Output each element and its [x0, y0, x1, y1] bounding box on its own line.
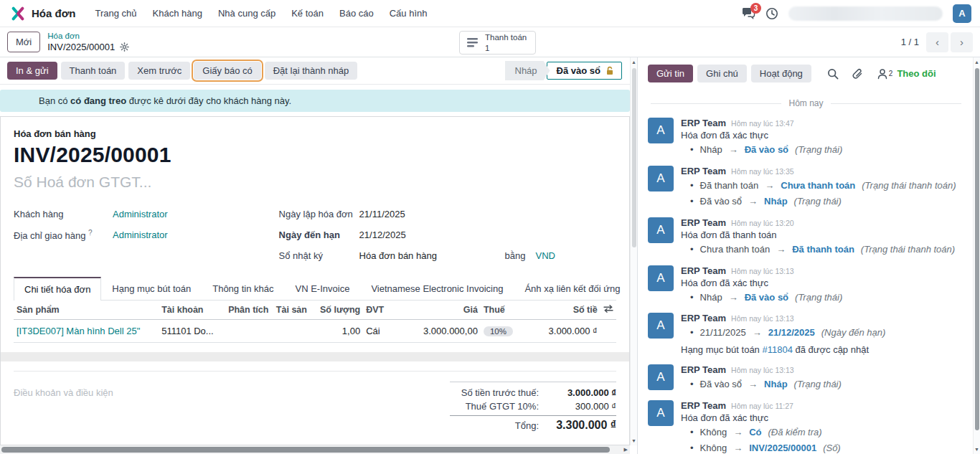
- scroll-thumb[interactable]: [1, 447, 610, 453]
- tab[interactable]: Ánh xạ liên kết đối ứng: [514, 277, 630, 301]
- scroll-thumb[interactable]: [975, 68, 979, 430]
- column-header[interactable]: Sản phẩm: [14, 301, 159, 320]
- scroll-up-arrow[interactable]: ▲: [631, 57, 637, 67]
- pager-next-button[interactable]: ›: [951, 32, 973, 52]
- messages-button[interactable]: 3: [741, 7, 755, 20]
- invoice-line-row[interactable]: [IT3DE007] Màn hình Dell 25" 511101 Do..…: [14, 320, 616, 343]
- vat-invoice-number-field[interactable]: Số Hoá đơn GTGT...: [14, 174, 616, 191]
- chatter-message[interactable]: A ERP Team Hôm nay lúc 13:13 •21/11/2025…: [648, 308, 967, 359]
- optional-columns-icon[interactable]: [600, 301, 616, 320]
- message-author[interactable]: ERP Team: [681, 166, 726, 176]
- due-date-value[interactable]: 21/12/2025: [359, 230, 406, 240]
- message-author[interactable]: ERP Team: [681, 265, 726, 276]
- activities-button[interactable]: [765, 7, 778, 20]
- form-horizontal-scrollbar[interactable]: ▶: [0, 445, 630, 454]
- action-button[interactable]: Đặt lại thành nháp: [265, 62, 358, 80]
- message-author[interactable]: ERP Team: [681, 364, 726, 375]
- total-label: Số tiền trước thuế:: [450, 387, 546, 398]
- chatter-message[interactable]: A ERP Team Hôm nay lúc 11:27 Hóa đơn đã …: [648, 395, 967, 454]
- follow-button[interactable]: Theo dõi: [897, 68, 936, 79]
- nav-menu-item[interactable]: Cấu hình: [382, 0, 435, 27]
- tab[interactable]: Chi tiết hóa đơn: [14, 277, 101, 301]
- column-header[interactable]: Phân tích: [225, 301, 273, 320]
- nav-menu-item[interactable]: Khách hàng: [145, 0, 210, 27]
- scroll-down-arrow[interactable]: ▼: [631, 436, 637, 445]
- message-author[interactable]: ERP Team: [681, 217, 726, 228]
- terms-field[interactable]: Điều khoản và điều kiện: [14, 387, 113, 398]
- tab[interactable]: Hạng mục bút toán: [101, 277, 202, 301]
- column-header[interactable]: Tài khoản: [159, 301, 225, 320]
- message-author[interactable]: ERP Team: [681, 313, 726, 323]
- gear-icon[interactable]: [120, 42, 129, 52]
- quantity-cell[interactable]: 1,00: [315, 320, 363, 343]
- chatter-message[interactable]: A ERP Team Hôm nay lúc 13:35 •Đã thanh t…: [648, 161, 967, 212]
- empty-line[interactable]: [14, 361, 616, 371]
- invoice-name[interactable]: INV/2025/00001: [14, 143, 616, 167]
- nav-menu-item[interactable]: Trang chủ: [88, 0, 145, 27]
- status-state-active[interactable]: Đã vào sổ: [547, 62, 622, 80]
- search-messages-button[interactable]: [827, 68, 839, 80]
- chatter-vertical-scrollbar[interactable]: ▲ ▼: [973, 57, 980, 454]
- scroll-right-arrow[interactable]: ▶: [624, 445, 628, 454]
- column-header[interactable]: Thuế: [481, 301, 527, 320]
- chatter-message[interactable]: A ERP Team Hôm nay lúc 13:13 Hóa đơn đã …: [648, 260, 967, 308]
- invoice-date-value[interactable]: 21/11/2025: [359, 209, 405, 219]
- currency-value[interactable]: VND: [536, 250, 555, 261]
- form-vertical-scrollbar[interactable]: ▲ ▼: [630, 57, 637, 445]
- tax-cell[interactable]: 10%: [481, 320, 527, 343]
- tab[interactable]: Vietnamese Electronic Invoicing: [360, 277, 514, 301]
- column-header[interactable]: Số lượng: [315, 301, 363, 320]
- chatter-message[interactable]: A ERP Team Hôm nay lúc 13:47 Hóa đơn đã …: [648, 113, 967, 161]
- payments-stat-button[interactable]: Thanh toán 1: [459, 31, 536, 55]
- scroll-up-arrow[interactable]: ▲: [974, 57, 980, 67]
- tracking-change: •Không→ INV/2025/00001(Số): [690, 443, 967, 454]
- product-cell[interactable]: [IT3DE007] Màn hình Dell 25": [17, 326, 140, 336]
- attach-files-button[interactable]: [852, 68, 863, 80]
- column-header[interactable]: Giá: [395, 301, 481, 320]
- app-name[interactable]: Hóa đơn: [32, 7, 76, 19]
- customer-value[interactable]: Administrator: [113, 209, 168, 219]
- action-button[interactable]: Giấy báo có: [194, 62, 260, 80]
- account-cell[interactable]: 511101 Do...: [159, 320, 225, 343]
- empty-line-alt[interactable]: [1, 352, 629, 361]
- company-name-redacted[interactable]: [788, 6, 943, 21]
- breadcrumb-parent-link[interactable]: Hóa đơn: [47, 31, 129, 41]
- analytic-cell[interactable]: [225, 320, 273, 343]
- app-logo-icon[interactable]: [10, 6, 26, 22]
- journal-value[interactable]: Hóa đơn bán hàng: [359, 250, 485, 261]
- form-pane: In & gửiThanh toánXem trướcGiấy báo cóĐặ…: [0, 57, 638, 454]
- journal-item-link[interactable]: #11804: [762, 344, 792, 355]
- nav-menu-item[interactable]: Kế toán: [283, 0, 331, 27]
- price-cell[interactable]: 3.000.000,00: [395, 320, 481, 343]
- chatter-message[interactable]: A ERP Team Hôm nay lúc 13:13 •Đã vào sổ→…: [648, 359, 967, 395]
- nav-menu-item[interactable]: Báo cáo: [331, 0, 382, 27]
- followers-button[interactable]: 2: [877, 68, 893, 80]
- log-note-button[interactable]: Ghi chú: [697, 65, 747, 82]
- message-author[interactable]: ERP Team: [681, 118, 726, 128]
- message-author[interactable]: ERP Team: [681, 400, 726, 411]
- action-button[interactable]: Thanh toán: [61, 62, 126, 80]
- user-avatar[interactable]: A: [953, 4, 971, 23]
- column-header[interactable]: Số tiề: [527, 301, 600, 320]
- new-button[interactable]: Mới: [7, 32, 40, 52]
- chatter-message[interactable]: A ERP Team Hôm nay lúc 13:20 Hóa đơn đã …: [648, 212, 967, 260]
- uom-cell[interactable]: Cái: [363, 320, 395, 343]
- tab[interactable]: VN E-Invoice: [285, 277, 361, 301]
- scroll-thumb[interactable]: [632, 68, 636, 247]
- tab[interactable]: Thông tin khác: [202, 277, 284, 301]
- scroll-down-arrow[interactable]: ▼: [974, 445, 980, 454]
- column-header[interactable]: Tài sản: [273, 301, 316, 320]
- asset-cell[interactable]: [273, 320, 316, 343]
- status-state[interactable]: Nháp: [505, 61, 550, 80]
- send-message-button[interactable]: Gửi tin: [648, 65, 693, 82]
- action-button[interactable]: In & gửi: [7, 62, 57, 80]
- delivery-address-value[interactable]: Administrator: [113, 230, 168, 240]
- total-row: Số tiền trước thuế: 3.000.000 ₫: [450, 386, 616, 399]
- activities-schedule-button[interactable]: Hoạt động: [751, 65, 811, 82]
- column-header[interactable]: ĐVT: [363, 301, 395, 320]
- empty-line[interactable]: [14, 343, 616, 352]
- nav-menu-item[interactable]: Nhà cung cấp: [210, 0, 283, 27]
- nav-menus: Trang chủKhách hàngNhà cung cấpKế toánBá…: [88, 0, 435, 27]
- pager-previous-button[interactable]: ‹: [926, 32, 948, 52]
- action-button[interactable]: Xem trước: [128, 62, 190, 80]
